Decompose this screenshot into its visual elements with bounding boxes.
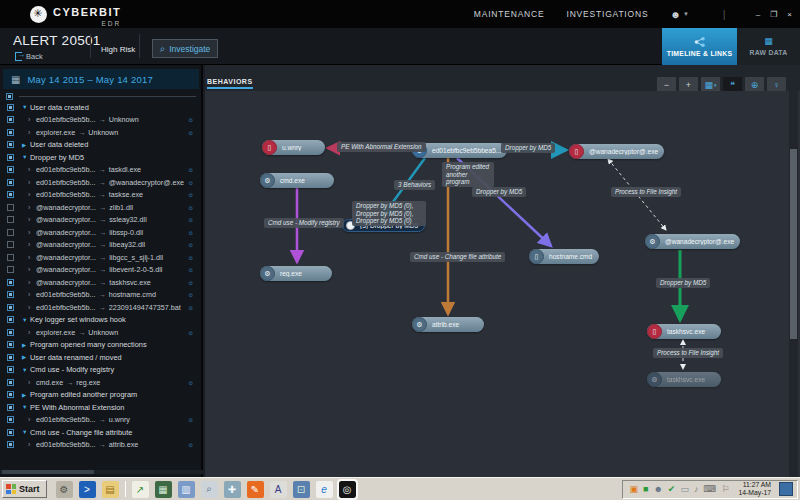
checkbox[interactable] xyxy=(7,241,14,248)
expand-chevron-icon[interactable]: › xyxy=(28,304,36,311)
tab-timeline-links[interactable]: TIMELINE & LINKS xyxy=(662,28,737,65)
show-desktop-button[interactable] xyxy=(779,482,793,496)
maximize-button[interactable]: ❐ xyxy=(770,10,777,19)
locate-icon[interactable]: ☼ xyxy=(188,229,194,236)
scrollbar-thumb[interactable] xyxy=(2,470,94,474)
locate-icon[interactable]: ☼ xyxy=(188,279,194,286)
expand-chevron-icon[interactable]: › xyxy=(28,254,36,261)
graph-node[interactable]: ▯taskhsvc.exe xyxy=(647,324,721,339)
checkbox[interactable] xyxy=(7,229,14,236)
checkbox[interactable] xyxy=(7,279,14,286)
checkbox[interactable] xyxy=(7,354,14,361)
search-icon[interactable]: ⌕ xyxy=(201,481,218,498)
graph-node[interactable]: ⚙ed01ebfbc9eb5bbea5... xyxy=(412,143,507,158)
locate-icon[interactable]: ☼ xyxy=(188,441,194,448)
graph-node[interactable]: ⚙@wanadecryptor@.exe xyxy=(645,234,740,249)
tree-child-row[interactable]: ›@wanadecryptor...→libeay32.dll☼ xyxy=(0,239,203,252)
menu-maintenance[interactable]: MAINTENANCE xyxy=(474,9,545,19)
expand-chevron-icon[interactable]: › xyxy=(28,191,36,198)
checkbox[interactable] xyxy=(7,416,14,423)
tree-child-row[interactable]: ›@wanadecryptor...→ssleay32.dll☼ xyxy=(0,214,203,227)
checkbox[interactable] xyxy=(7,329,14,336)
checkbox[interactable] xyxy=(7,316,14,323)
graph-node[interactable]: ▯u.wnry xyxy=(262,140,325,155)
tree-child-row[interactable]: ›ed01ebfbc9eb5b...→u.wnry☼ xyxy=(0,414,203,427)
checkbox[interactable] xyxy=(7,441,14,448)
tree-child-row[interactable]: ›ed01ebfbc9eb5b...→taskdl.exe☼ xyxy=(0,164,203,177)
graph-node[interactable]: ▯@wanadecryptor@.exe xyxy=(569,144,664,159)
checkbox[interactable] xyxy=(7,379,14,386)
expand-chevron-icon[interactable]: › xyxy=(28,416,36,423)
expand-chevron-icon[interactable]: › xyxy=(28,216,36,223)
recorder-icon[interactable]: ◎ xyxy=(339,481,356,498)
locate-icon[interactable]: ☼ xyxy=(188,204,194,211)
checkbox[interactable] xyxy=(7,366,14,373)
expand-arrow-icon[interactable]: ▶ xyxy=(22,142,30,148)
status-icon[interactable]: ■ xyxy=(643,485,648,494)
checkbox[interactable] xyxy=(7,304,14,311)
tree-child-row[interactable]: ›@wanadecryptor...→taskhsvc.exe☼ xyxy=(0,276,203,289)
checkbox[interactable] xyxy=(7,141,14,148)
expand-arrow-icon[interactable]: ▶ xyxy=(22,342,30,348)
graph-node[interactable]: ⚙taskhsvc.exe xyxy=(647,372,721,387)
devices-icon[interactable]: ⚙ xyxy=(56,481,73,498)
graph-group-node[interactable]: (3) Dropper by MD5 xyxy=(342,219,425,232)
graph-node[interactable]: ▯hostname.cmd xyxy=(529,249,599,264)
expand-chevron-icon[interactable]: › xyxy=(28,241,36,248)
tab-raw-data[interactable]: ▦ RAW DATA xyxy=(737,28,800,65)
tree-child-row[interactable]: ›ed01ebfbc9eb5b...→taskse.exe☼ xyxy=(0,189,203,202)
graph-node[interactable]: ⚙reg.exe xyxy=(260,266,332,281)
checkbox[interactable] xyxy=(7,404,14,411)
checkbox[interactable] xyxy=(7,429,14,436)
locate-icon[interactable]: ☼ xyxy=(188,266,194,273)
date-range-picker[interactable]: ▦ May 14 2015 – May 14 2017 xyxy=(3,69,199,89)
display-icon[interactable]: ▭ xyxy=(680,485,689,494)
chart-icon[interactable]: ↗ xyxy=(132,481,149,498)
tree-group-row[interactable]: ▼Dropper by MD5 xyxy=(0,151,203,164)
locate-icon[interactable]: ☼ xyxy=(188,191,194,198)
pencil-icon[interactable]: ✎ xyxy=(247,481,264,498)
expand-arrow-icon[interactable]: ▼ xyxy=(22,404,30,410)
locate-icon[interactable]: ☼ xyxy=(188,304,194,311)
checkbox[interactable] xyxy=(7,204,14,211)
tree-child-row[interactable]: ›@wanadecryptor...→libevent-2-0-5.dll☼ xyxy=(0,264,203,277)
notes-icon[interactable]: ▥ xyxy=(178,481,195,498)
graph-canvas[interactable]: ▯u.wnry⚙ed01ebfbc9eb5bbea5...▯@wanadecry… xyxy=(205,91,800,477)
expand-arrow-icon[interactable]: ▼ xyxy=(22,154,30,160)
checkbox[interactable] xyxy=(7,254,14,261)
vertical-scrollbar[interactable] xyxy=(789,91,798,477)
expand-chevron-icon[interactable]: › xyxy=(28,179,36,186)
expand-chevron-icon[interactable]: › xyxy=(28,116,36,123)
checkbox[interactable] xyxy=(7,291,14,298)
locate-icon[interactable]: ☼ xyxy=(188,241,194,248)
expand-arrow-icon[interactable]: ▶ xyxy=(22,354,30,360)
monitor-icon[interactable]: ▦ xyxy=(155,481,172,498)
select-all-checkbox[interactable] xyxy=(6,93,13,100)
locate-icon[interactable]: ☼ xyxy=(188,379,194,386)
locate-icon[interactable]: ☼ xyxy=(188,129,194,136)
scrollbar-thumb[interactable] xyxy=(790,149,797,339)
expand-arrow-icon[interactable]: ▼ xyxy=(22,104,30,110)
expand-chevron-icon[interactable]: › xyxy=(28,279,36,286)
checkbox[interactable] xyxy=(7,104,14,111)
tree-group-row[interactable]: ▼Cmd use - Modify registry xyxy=(0,364,203,377)
ie-icon[interactable]: e xyxy=(316,481,333,498)
checkbox[interactable] xyxy=(7,191,14,198)
tab-behaviors[interactable]: BEHAVIORS xyxy=(207,78,253,89)
tree-group-row[interactable]: ▶User data renamed / moved xyxy=(0,351,203,364)
locate-icon[interactable]: ☼ xyxy=(188,329,194,336)
investigate-button[interactable]: ⌕ Investigate xyxy=(152,39,218,58)
lock-icon[interactable]: ⊡ xyxy=(293,481,310,498)
checkbox[interactable] xyxy=(7,341,14,348)
locate-icon[interactable]: ☼ xyxy=(188,179,194,186)
tree-child-row[interactable]: ›@wanadecryptor...→zlib1.dll☼ xyxy=(0,201,203,214)
powershell-icon[interactable]: > xyxy=(79,481,96,498)
expand-chevron-icon[interactable]: › xyxy=(28,229,36,236)
close-button[interactable]: × xyxy=(787,10,792,19)
locate-icon[interactable]: ☼ xyxy=(188,216,194,223)
checkbox[interactable] xyxy=(7,154,14,161)
tree-group-row[interactable]: ▶User data deleted xyxy=(0,139,203,152)
locate-icon[interactable]: ☼ xyxy=(188,116,194,123)
tree-group-row[interactable]: ▶Program edited another program xyxy=(0,389,203,402)
expand-chevron-icon[interactable]: › xyxy=(28,129,36,136)
